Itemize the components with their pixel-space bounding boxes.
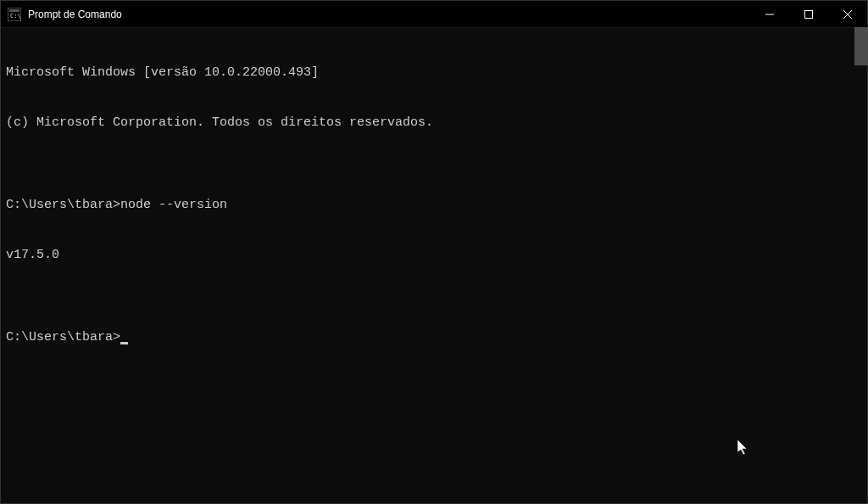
close-button[interactable] <box>828 1 867 27</box>
titlebar[interactable]: C:\ Prompt de Comando <box>1 1 867 28</box>
command-prompt-window: C:\ Prompt de Comando M <box>0 0 868 504</box>
terminal-line: C:\Users\tbara>node --version <box>6 197 862 214</box>
cursor <box>120 342 128 344</box>
command-text: node --version <box>120 198 227 212</box>
terminal-line: C:\Users\tbara> <box>6 329 862 346</box>
window-title: Prompt de Comando <box>28 8 750 20</box>
prompt-path: C:\Users\tbara> <box>6 330 120 344</box>
minimize-button[interactable] <box>750 1 789 27</box>
svg-rect-1 <box>9 9 19 12</box>
svg-rect-4 <box>805 10 813 18</box>
maximize-button[interactable] <box>789 1 828 27</box>
svg-text:C:\: C:\ <box>10 13 21 20</box>
terminal-line: (c) Microsoft Corporation. Todos os dire… <box>6 115 862 132</box>
terminal-line: Microsoft Windows [versão 10.0.22000.493… <box>6 64 862 81</box>
terminal-output[interactable]: Microsoft Windows [versão 10.0.22000.493… <box>1 28 867 503</box>
terminal-line: v17.5.0 <box>6 247 862 264</box>
window-controls <box>750 1 867 27</box>
cmd-icon: C:\ <box>8 8 21 21</box>
scrollbar-thumb[interactable] <box>854 27 868 65</box>
prompt-path: C:\Users\tbara> <box>6 198 120 212</box>
